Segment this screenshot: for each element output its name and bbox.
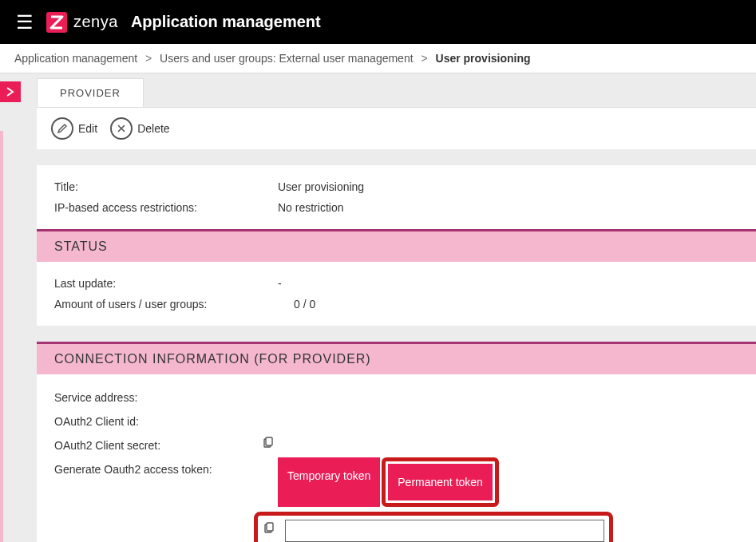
breadcrumb-item[interactable]: Application management xyxy=(14,52,137,65)
generate-token-row: Generate Oauth2 access token: Temporary … xyxy=(54,457,738,542)
breadcrumb-current: User provisioning xyxy=(436,52,531,65)
copy-client-secret-icon[interactable] xyxy=(262,433,275,457)
amount-row: Amount of users / user groups: 0 / 0 xyxy=(54,294,738,315)
generate-token-label: Generate Oauth2 access token: xyxy=(54,457,278,481)
cross-icon xyxy=(110,117,133,140)
client-id-label: OAuth2 Client id: xyxy=(54,409,262,433)
ip-label: IP-based access restrictions: xyxy=(54,197,278,218)
title-label: Title: xyxy=(54,176,278,197)
tab-provider[interactable]: PROVIDER xyxy=(37,78,144,107)
token-output-highlight xyxy=(254,512,613,542)
expand-sidebar-button[interactable] xyxy=(0,81,21,102)
ip-value: No restriction xyxy=(278,197,343,218)
brand-logo-icon xyxy=(46,12,67,33)
page-title: Application management xyxy=(131,13,321,31)
permanent-token-highlight: Permanent token xyxy=(382,457,499,507)
edit-label: Edit xyxy=(78,122,97,135)
service-address-label: Service address: xyxy=(54,386,262,409)
ip-row: IP-based access restrictions: No restric… xyxy=(54,197,738,218)
edit-button[interactable]: Edit xyxy=(51,117,97,140)
token-output-field[interactable] xyxy=(285,520,604,542)
svg-rect-3 xyxy=(267,523,273,531)
info-section: Title: User provisioning IP-based access… xyxy=(37,165,756,326)
brand-logo[interactable]: zenya xyxy=(46,12,118,33)
amount-label: Amount of users / user groups: xyxy=(54,294,294,315)
top-bar: ☰ zenya Application management xyxy=(0,0,756,44)
pencil-icon xyxy=(51,117,73,140)
connection-section: CONNECTION INFORMATION (FOR PROVIDER) Se… xyxy=(37,342,756,542)
service-address-row: Service address: xyxy=(54,386,738,409)
tab-strip: PROVIDER xyxy=(37,78,756,107)
breadcrumb-separator: > xyxy=(145,52,152,65)
brand-text: zenya xyxy=(73,13,118,31)
title-row: Title: User provisioning xyxy=(54,176,738,197)
hamburger-menu-icon[interactable]: ☰ xyxy=(16,11,34,34)
delete-button[interactable]: Delete xyxy=(110,117,169,140)
client-id-row: OAuth2 Client id: xyxy=(54,409,738,433)
svg-rect-1 xyxy=(266,437,272,445)
client-secret-row: OAuth2 Client secret: xyxy=(54,433,738,457)
client-secret-label: OAuth2 Client secret: xyxy=(54,433,262,457)
sidebar-strip xyxy=(0,131,3,542)
content-area: PROVIDER Edit Delete xyxy=(21,73,756,542)
title-value: User provisioning xyxy=(278,176,364,197)
actions-panel: Edit Delete xyxy=(37,107,756,149)
status-header: STATUS xyxy=(37,231,756,262)
last-update-row: Last update: - xyxy=(54,273,738,294)
breadcrumb-separator: > xyxy=(421,52,427,65)
breadcrumb-item[interactable]: Users and user groups: External user man… xyxy=(160,52,414,65)
connection-header: CONNECTION INFORMATION (FOR PROVIDER) xyxy=(37,344,756,374)
last-update-value: - xyxy=(278,273,318,294)
breadcrumb: Application management > Users and user … xyxy=(0,44,756,73)
permanent-token-button[interactable]: Permanent token xyxy=(388,464,493,500)
amount-value: 0 / 0 xyxy=(294,294,315,315)
temporary-token-button[interactable]: Temporary token xyxy=(278,457,380,507)
delete-label: Delete xyxy=(137,122,169,135)
copy-token-icon[interactable] xyxy=(263,519,275,542)
last-update-label: Last update: xyxy=(54,273,278,294)
